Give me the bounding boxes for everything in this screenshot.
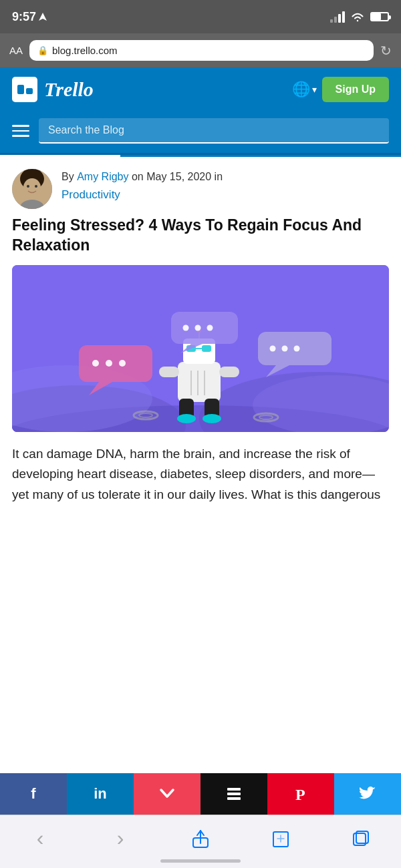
buffer-icon (225, 785, 243, 803)
hero-image (12, 265, 389, 432)
svg-rect-13 (178, 362, 221, 402)
trello-logo[interactable]: Trello (12, 77, 94, 102)
share-icon (192, 829, 209, 849)
search-placeholder: Search the Blog (48, 124, 124, 136)
pocket-icon (158, 785, 176, 803)
bookmarks-icon (271, 829, 290, 848)
chevron-down-icon: ▾ (312, 84, 317, 95)
back-icon: ‹ (37, 826, 44, 851)
share-buffer-button[interactable] (200, 773, 267, 815)
hamburger-menu[interactable] (12, 125, 29, 137)
header-right: 🌐 ▾ Sign Up (292, 77, 389, 102)
search-input-wrap[interactable]: Search the Blog (39, 118, 389, 144)
trello-header: Trello 🌐 ▾ Sign Up (0, 67, 401, 112)
svg-point-4 (27, 185, 29, 188)
hamburger-line-2 (12, 130, 29, 132)
svg-point-41 (270, 345, 276, 351)
avatar (12, 169, 52, 209)
signal-icon (330, 11, 345, 23)
url-text: blog.trello.com (52, 45, 118, 56)
article-text: It can damage DNA, harm the brain, and i… (12, 444, 389, 505)
signup-button[interactable]: Sign Up (322, 77, 389, 102)
pinterest-icon: P (292, 785, 309, 803)
svg-rect-29 (79, 345, 152, 382)
status-icons (330, 11, 389, 23)
url-bar[interactable]: 🔒 blog.trello.com (29, 40, 374, 61)
location-icon (39, 13, 47, 21)
share-button[interactable] (184, 822, 217, 855)
svg-rect-24 (219, 367, 239, 377)
avatar-image (12, 169, 52, 209)
time-display: 9:57 (12, 10, 36, 24)
wifi-icon (350, 11, 365, 22)
share-linkedin-button[interactable]: in (67, 773, 134, 815)
share-facebook-button[interactable]: f (0, 773, 67, 815)
language-selector[interactable]: 🌐 ▾ (292, 81, 317, 98)
browser-aa[interactable]: AA (9, 45, 23, 56)
svg-point-38 (207, 324, 213, 331)
linkedin-label: in (94, 785, 107, 803)
svg-point-42 (282, 345, 288, 351)
svg-point-27 (177, 414, 196, 423)
hamburger-line-1 (12, 125, 29, 127)
twitter-icon (359, 787, 376, 801)
home-indicator (160, 859, 241, 863)
article-title: Feeling Stressed? 4 Ways To Regain Focus… (0, 216, 401, 265)
author-link[interactable]: Amy Rigby (77, 171, 128, 182)
refresh-icon[interactable]: ↻ (380, 43, 392, 59)
svg-point-32 (106, 360, 112, 367)
svg-rect-49 (227, 793, 241, 795)
share-pinterest-button[interactable]: P (267, 773, 334, 815)
share-bar: f in P (0, 773, 401, 815)
globe-icon: 🌐 (292, 81, 310, 98)
lock-icon: 🔒 (37, 45, 48, 55)
forward-icon: › (117, 826, 124, 851)
svg-point-37 (195, 324, 201, 331)
hero-illustration (12, 265, 389, 432)
share-twitter-button[interactable] (334, 773, 401, 815)
svg-point-28 (203, 414, 221, 423)
svg-rect-19 (202, 345, 211, 352)
bookmarks-button[interactable] (264, 822, 297, 855)
svg-rect-50 (227, 797, 241, 800)
svg-text:P: P (295, 786, 305, 803)
svg-rect-34 (171, 312, 238, 344)
svg-point-3 (23, 178, 41, 197)
status-bar: 9:57 (0, 0, 401, 33)
tabs-button[interactable] (344, 822, 378, 855)
svg-point-5 (35, 185, 37, 188)
article-meta: By Amy Rigby on May 15, 2020 in Producti… (0, 157, 401, 216)
search-bar: Search the Blog (0, 112, 401, 155)
svg-point-43 (294, 345, 300, 351)
category-link[interactable]: Productivity (61, 186, 223, 204)
share-pocket-button[interactable] (134, 773, 200, 815)
hamburger-line-3 (12, 135, 29, 137)
trello-logo-squares (14, 81, 36, 97)
tabs-icon (352, 830, 370, 847)
browser-bar: AA 🔒 blog.trello.com ↻ (0, 33, 401, 67)
svg-marker-0 (39, 13, 47, 21)
status-time: 9:57 (12, 10, 47, 24)
back-button[interactable]: ‹ (23, 822, 57, 855)
battery-icon (370, 12, 389, 21)
forward-button[interactable]: › (104, 822, 137, 855)
article-byline: By Amy Rigby on May 15, 2020 in Producti… (61, 169, 223, 204)
svg-point-31 (92, 360, 99, 367)
article-body: It can damage DNA, harm the brain, and i… (0, 444, 401, 505)
by-middle: on May 15, 2020 in (128, 171, 223, 182)
by-prefix: By (61, 171, 77, 182)
svg-point-36 (183, 324, 189, 331)
svg-rect-48 (227, 788, 241, 791)
trello-logo-icon (12, 77, 37, 102)
trello-wordmark: Trello (44, 78, 94, 101)
svg-rect-23 (159, 367, 179, 377)
svg-point-33 (119, 360, 126, 367)
